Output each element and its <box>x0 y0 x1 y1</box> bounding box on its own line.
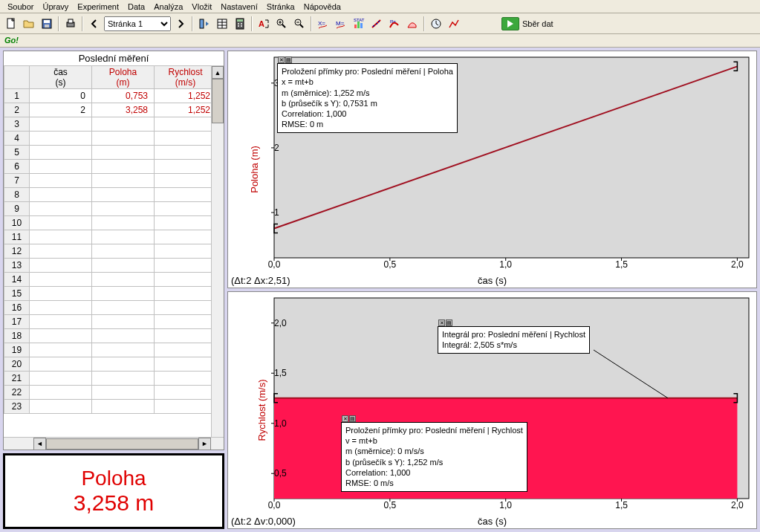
velocity-chart[interactable]: Rychlost (m/s)čas (s)(Δt:2 Δv:0,000)0,51… <box>227 291 757 529</box>
svg-point-13 <box>238 23 239 25</box>
svg-point-16 <box>241 25 242 27</box>
menu-vlozit[interactable]: Vložit <box>187 1 216 13</box>
menu-stranka[interactable]: Stránka <box>262 1 299 13</box>
svg-point-34 <box>378 21 380 22</box>
new-file-icon[interactable] <box>3 16 19 32</box>
status-bar: Go! <box>0 34 760 48</box>
menu-experiment[interactable]: Experiment <box>73 1 123 13</box>
table-row[interactable]: 15 <box>4 287 224 301</box>
menu-napoveda[interactable]: Nápověda <box>299 1 345 13</box>
collect-data-button[interactable]: Sběr dat <box>495 15 560 33</box>
tangent-icon[interactable]: M= <box>333 16 349 32</box>
position-chart[interactable]: Poloha (m)čas (s)(Δt:2 Δx:2,51)1230,00,5… <box>227 51 757 288</box>
table-row[interactable]: 100,7531,252 <box>4 89 224 103</box>
menu-soubor[interactable]: Soubor <box>3 1 38 13</box>
table-row[interactable]: 10 <box>4 216 224 230</box>
svg-text:X=: X= <box>318 20 325 27</box>
next-page-icon[interactable] <box>172 16 189 32</box>
svg-point-15 <box>238 25 239 27</box>
svg-point-32 <box>373 25 374 27</box>
menu-upravy[interactable]: Úpravy <box>38 1 73 13</box>
autoscale-icon[interactable]: A <box>256 16 272 32</box>
data-table-panel: Poslední měření čas(s) Poloha(m) Rychlos… <box>3 51 224 450</box>
save-icon[interactable] <box>39 16 55 32</box>
go-indicator: Go! <box>4 36 19 45</box>
print-icon[interactable] <box>62 16 79 32</box>
display-label: Poloha <box>81 467 146 490</box>
table-row[interactable]: 23 <box>4 400 224 414</box>
svg-text:STAT: STAT <box>354 18 365 22</box>
stats-icon[interactable]: STAT <box>351 16 367 32</box>
play-icon <box>501 17 519 30</box>
table-row[interactable]: 13 <box>4 259 224 273</box>
data-browser-icon[interactable] <box>196 16 212 32</box>
svg-point-14 <box>241 23 242 25</box>
menu-analyza[interactable]: Analýza <box>149 1 187 13</box>
table-row[interactable]: 16 <box>4 301 224 315</box>
main-area: Poslední měření čas(s) Poloha(m) Rychlos… <box>0 48 760 532</box>
table-row[interactable]: 5 <box>4 146 224 160</box>
table-row[interactable]: 14 <box>4 273 224 287</box>
table-row[interactable]: 7 <box>4 174 224 188</box>
open-file-icon[interactable] <box>21 16 37 32</box>
horizontal-scrollbar[interactable]: ◄ ► <box>4 437 224 450</box>
table-row[interactable]: 12 <box>4 244 224 259</box>
svg-rect-6 <box>200 19 204 28</box>
table-row[interactable]: 17 <box>4 315 224 329</box>
table-row[interactable]: 18 <box>4 329 224 343</box>
zoom-out-icon[interactable] <box>291 16 308 32</box>
data-table[interactable]: čas(s) Poloha(m) Rychlost(m/s) ( 100,753… <box>4 65 224 414</box>
svg-rect-5 <box>68 19 73 23</box>
value-display-panel: Poloha 3,258 m <box>3 453 224 529</box>
menu-nastaveni[interactable]: Nastavení <box>216 1 262 13</box>
curve-fit-icon[interactable]: R= <box>386 16 403 32</box>
data-collection-icon[interactable] <box>428 16 444 32</box>
table-icon[interactable] <box>214 16 230 32</box>
table-row[interactable]: 223,2581,252 <box>4 103 224 117</box>
svg-point-33 <box>376 23 377 25</box>
table-row[interactable]: 20 <box>4 357 224 372</box>
table-row[interactable]: 19 <box>4 343 224 357</box>
table-row[interactable]: 22 <box>4 386 224 400</box>
table-row[interactable]: 21 <box>4 372 224 386</box>
zoom-in-icon[interactable] <box>273 16 290 32</box>
svg-rect-2 <box>44 20 50 23</box>
svg-rect-27 <box>354 25 357 28</box>
svg-rect-3 <box>45 25 49 27</box>
graph-options-icon[interactable] <box>446 16 462 32</box>
table-row[interactable]: 3 <box>4 117 224 132</box>
table-row[interactable]: 6 <box>4 160 224 174</box>
svg-text:A: A <box>259 19 264 28</box>
svg-text:R=: R= <box>390 19 396 24</box>
table-row[interactable]: 4 <box>4 132 224 146</box>
table-row[interactable]: 11 <box>4 230 224 244</box>
svg-rect-29 <box>360 23 363 28</box>
menu-data[interactable]: Data <box>123 1 149 13</box>
menu-bar: Soubor Úpravy Experiment Data Analýza Vl… <box>0 0 760 13</box>
display-value: 3,258 m <box>74 490 154 516</box>
integral-info-box[interactable]: ✕▤ Integrál pro: Poslední měření | Rychl… <box>438 326 590 354</box>
examine-icon[interactable]: X= <box>315 16 331 32</box>
toolbar: Stránka 1 A X= M= STAT R= Sběr dat <box>0 13 760 34</box>
fit-info-box[interactable]: ✕▤ Proložení přímky pro: Poslední měření… <box>277 63 458 133</box>
page-selector[interactable]: Stránka 1 <box>104 16 171 31</box>
linear-fit-icon[interactable] <box>368 16 385 32</box>
vertical-scrollbar[interactable]: ▲ <box>211 66 224 437</box>
table-title: Poslední měření <box>4 51 224 65</box>
svg-line-19 <box>282 25 285 27</box>
table-row[interactable]: 8 <box>4 188 224 202</box>
integral-icon[interactable] <box>404 16 420 32</box>
collect-data-label: Sběr dat <box>522 19 553 28</box>
table-row[interactable]: 9 <box>4 202 224 216</box>
fit-info-box[interactable]: ✕▤ Proložení přímky pro: Poslední měření… <box>341 422 527 492</box>
prev-page-icon[interactable] <box>86 16 103 32</box>
svg-line-23 <box>300 25 303 27</box>
calculator-icon[interactable] <box>232 16 248 32</box>
svg-rect-28 <box>357 22 360 28</box>
svg-rect-12 <box>237 19 243 22</box>
